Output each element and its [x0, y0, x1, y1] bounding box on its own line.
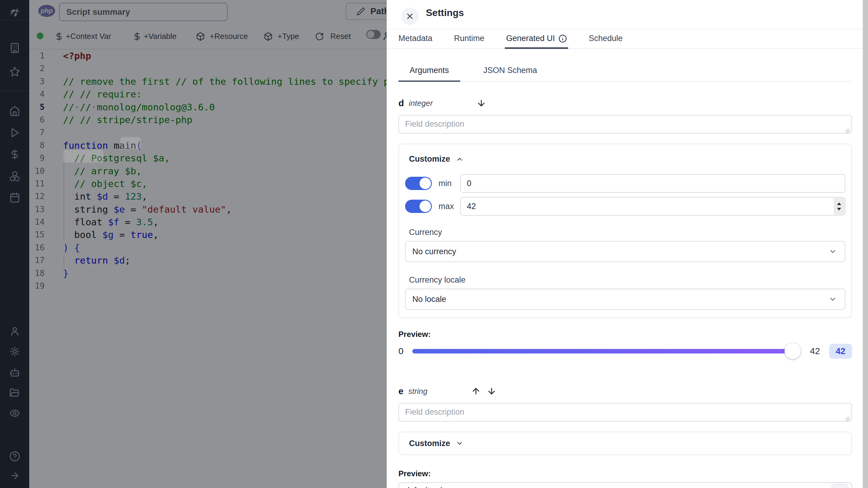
slider-value-badge: 42: [829, 344, 852, 358]
slider-thumb[interactable]: [784, 343, 801, 359]
field-e-preview-input[interactable]: default value: [398, 482, 852, 488]
subtab-json-schema[interactable]: JSON Schema: [472, 66, 549, 82]
field-e-header: e string: [398, 386, 852, 396]
customize-toggle[interactable]: Customize: [405, 439, 464, 448]
slider-preview: 0 42 42: [398, 343, 852, 360]
chevron-down-icon: [829, 247, 837, 256]
drawer-backdrop[interactable]: [0, 0, 387, 488]
generated-ui-panel: Arguments JSON Schema d integer Cus: [387, 49, 863, 488]
slider-max-value: 42: [810, 346, 820, 356]
move-up-icon[interactable]: [471, 386, 481, 396]
slider-track[interactable]: [412, 349, 798, 353]
tab-runtime[interactable]: Runtime: [453, 30, 486, 49]
move-down-icon[interactable]: [487, 386, 496, 396]
max-value-input[interactable]: [460, 197, 845, 216]
slider-min-value: 0: [398, 346, 407, 356]
preview-label: Preview:: [398, 469, 852, 478]
preview-label: Preview:: [398, 329, 852, 339]
field-name: e: [398, 386, 404, 396]
field-d-header: d integer: [398, 98, 852, 108]
number-stepper[interactable]: [834, 198, 844, 215]
chevron-down-icon: [829, 295, 837, 304]
field-e-description-input[interactable]: [398, 403, 852, 422]
min-toggle[interactable]: [405, 177, 432, 190]
max-row: max: [405, 197, 845, 216]
argument-subtabs: Arguments JSON Schema: [398, 66, 852, 82]
settings-tabs: Metadata Runtime Generated UI Schedule: [387, 29, 863, 49]
drawer-scrollbar[interactable]: [863, 0, 868, 488]
info-icon: [558, 34, 567, 43]
currency-select[interactable]: No currency: [405, 241, 845, 262]
subtab-arguments[interactable]: Arguments: [398, 66, 460, 82]
app-window: php Path +Context Var +Variable +Resourc…: [0, 0, 868, 488]
field-type: string: [408, 387, 428, 396]
min-label: min: [438, 179, 453, 188]
field-d-description-input[interactable]: [398, 115, 852, 134]
field-e-customize-box: Customize: [398, 432, 852, 455]
field-type: integer: [409, 98, 433, 108]
min-value-input[interactable]: [460, 174, 845, 193]
field-name: d: [398, 98, 404, 108]
customize-toggle[interactable]: Customize: [405, 154, 845, 164]
max-toggle[interactable]: [405, 200, 432, 213]
chevron-down-icon: [456, 439, 464, 447]
min-row: min: [405, 174, 845, 193]
tab-generated-ui[interactable]: Generated UI: [505, 30, 568, 49]
close-icon[interactable]: [401, 7, 418, 25]
currency-locale-select[interactable]: No locale: [405, 289, 845, 310]
drawer-title: Settings: [426, 7, 464, 19]
currency-locale-label: Currency locale: [405, 276, 845, 285]
settings-drawer: Settings Metadata Runtime Generated UI S…: [387, 0, 868, 488]
move-down-icon[interactable]: [476, 98, 486, 108]
drawer-header: Settings: [387, 0, 868, 29]
chevron-up-icon: [456, 155, 464, 163]
max-label: max: [438, 202, 453, 211]
tab-metadata[interactable]: Metadata: [397, 30, 434, 49]
field-d-customize-box: Customize min max: [398, 144, 852, 318]
currency-label: Currency: [405, 228, 845, 237]
variable-picker-button[interactable]: $: [832, 484, 848, 488]
tab-schedule[interactable]: Schedule: [587, 30, 624, 49]
